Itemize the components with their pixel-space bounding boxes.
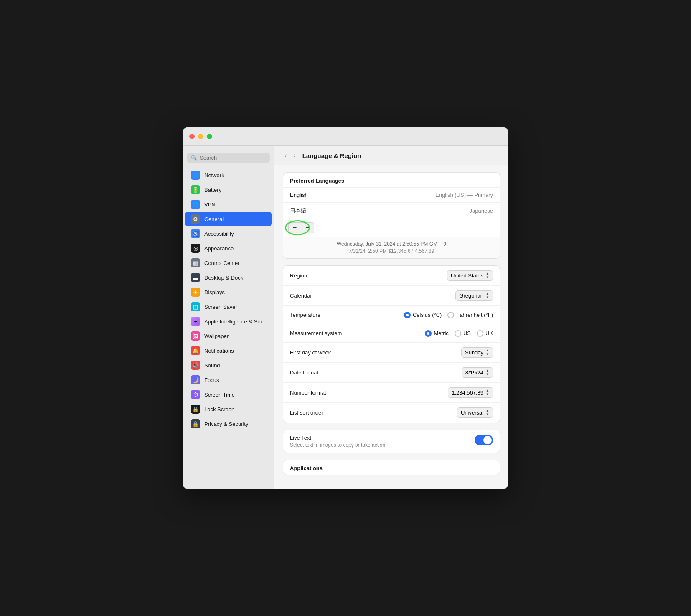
live-text-toggle[interactable] — [475, 435, 493, 445]
region-row: Region United States ▲ ▼ — [283, 266, 500, 285]
sidebar-item-lock-screen[interactable]: 🔒Lock Screen — [185, 402, 272, 416]
uk-radio[interactable] — [477, 330, 483, 337]
sidebar-item-focus[interactable]: 🌙Focus — [185, 373, 272, 387]
add-language-button[interactable]: + — [288, 222, 301, 233]
sidebar-item-battery[interactable]: 🔋Battery — [185, 183, 272, 197]
remove-language-button[interactable]: − — [301, 222, 314, 233]
fahrenheit-option[interactable]: Fahrenheit (°F) — [447, 312, 493, 318]
calendar-up-arrow: ▲ — [486, 292, 489, 295]
uk-option[interactable]: UK — [477, 330, 493, 337]
screen-time-label: Screen Time — [204, 392, 235, 398]
celsius-label: Celsius (°C) — [413, 312, 442, 318]
sidebar-item-notifications[interactable]: 🔔Notifications — [185, 344, 272, 358]
close-button[interactable] — [189, 134, 195, 139]
sound-label: Sound — [204, 362, 220, 369]
page-title: Language & Region — [302, 152, 361, 159]
appearance-label: Appearance — [204, 245, 234, 252]
minimize-button[interactable] — [198, 134, 203, 139]
date-format-value: 8/19/24 — [465, 369, 483, 376]
live-text-description: Select text in images to copy or take ac… — [290, 442, 386, 448]
celsius-radio[interactable] — [404, 312, 411, 318]
preferred-languages-header: Preferred Languages — [283, 173, 500, 187]
network-label: Network — [204, 172, 224, 178]
sidebar-item-siri[interactable]: ✦Apple Intelligence & Siri — [185, 314, 272, 328]
list-sort-select[interactable]: Universal ▲ ▼ — [457, 407, 493, 418]
sidebar-item-sound[interactable]: 🔊Sound — [185, 358, 272, 372]
datetime-preview: Wednesday, July 31, 2024 at 2:50:55 PM G… — [283, 237, 500, 258]
date-format-select[interactable]: 8/19/24 ▲ ▼ — [462, 367, 493, 378]
fahrenheit-radio[interactable] — [447, 312, 454, 318]
number-format-up-arrow: ▲ — [486, 389, 489, 392]
language-detail-japanese: Japanese — [470, 208, 493, 214]
celsius-option[interactable]: Celsius (°C) — [404, 312, 442, 318]
sidebar-item-control-center[interactable]: ▦Control Center — [185, 256, 272, 270]
metric-option[interactable]: Metric — [425, 330, 448, 337]
accessibility-icon: ♿ — [191, 229, 200, 238]
sidebar-item-general[interactable]: ⚙General — [185, 212, 272, 226]
sidebar-item-accessibility[interactable]: ♿Accessibility — [185, 227, 272, 241]
number-format-select[interactable]: 1,234,567.89 ▲ ▼ — [448, 387, 493, 398]
metric-label: Metric — [434, 330, 448, 336]
sidebar-item-network[interactable]: 🌐Network — [185, 168, 272, 182]
us-label: US — [463, 330, 471, 336]
sidebar-item-wallpaper[interactable]: 🖼Wallpaper — [185, 329, 272, 343]
language-controls: + − — [283, 219, 500, 237]
calendar-arrows: ▲ ▼ — [486, 292, 489, 299]
metric-radio[interactable] — [425, 330, 432, 337]
first-day-select[interactable]: Sunday ▲ ▼ — [461, 347, 493, 358]
sidebar-item-privacy[interactable]: 🔒Privacy & Security — [185, 417, 272, 431]
sidebar-item-displays[interactable]: ☀Displays — [185, 285, 272, 299]
sidebar: 🔍 Search 🌐Network🔋Battery🌐VPN⚙General♿Ac… — [183, 146, 274, 489]
us-option[interactable]: US — [455, 330, 471, 337]
sidebar-item-vpn[interactable]: 🌐VPN — [185, 197, 272, 211]
us-radio[interactable] — [455, 330, 461, 337]
list-sort-down-arrow: ▼ — [486, 413, 489, 416]
language-name-english: English — [290, 192, 308, 198]
battery-icon: 🔋 — [191, 185, 200, 194]
number-format-down-arrow: ▼ — [486, 393, 489, 396]
forward-button[interactable]: › — [292, 151, 297, 160]
applications-section: Applications — [283, 460, 500, 475]
wallpaper-label: Wallpaper — [204, 333, 229, 339]
date-format-row: Date format 8/19/24 ▲ ▼ — [283, 362, 500, 382]
uk-label: UK — [485, 330, 493, 336]
date-format-down-arrow: ▼ — [486, 373, 489, 376]
region-select[interactable]: United States ▲ ▼ — [447, 270, 493, 281]
region-up-arrow: ▲ — [486, 272, 489, 275]
sidebar-item-desktop-dock[interactable]: ▬Desktop & Dock — [185, 270, 272, 285]
displays-icon: ☀ — [191, 288, 200, 297]
sidebar-item-screen-time[interactable]: ⏱Screen Time — [185, 387, 272, 402]
detail-scroll: Preferred Languages English English (US)… — [274, 165, 508, 489]
search-input[interactable]: Search — [200, 155, 217, 161]
preferred-languages-section: Preferred Languages English English (US)… — [283, 172, 500, 259]
screen-saver-icon: ◫ — [191, 302, 200, 311]
maximize-button[interactable] — [207, 134, 212, 139]
notifications-icon: 🔔 — [191, 346, 200, 355]
focus-icon: 🌙 — [191, 375, 200, 384]
date-format-arrows: ▲ ▼ — [486, 369, 489, 376]
first-day-row: First day of week Sunday ▲ ▼ — [283, 342, 500, 362]
battery-label: Battery — [204, 187, 221, 193]
screen-saver-label: Screen Saver — [204, 304, 237, 310]
network-icon: 🌐 — [191, 171, 200, 180]
screen-time-icon: ⏱ — [191, 390, 200, 399]
notifications-label: Notifications — [204, 348, 234, 354]
list-sort-row: List sort order Universal ▲ ▼ — [283, 402, 500, 423]
calendar-select[interactable]: Gregorian ▲ ▼ — [455, 290, 493, 301]
number-format-row: Number format 1,234,567.89 ▲ ▼ — [283, 382, 500, 402]
calendar-down-arrow: ▼ — [486, 296, 489, 299]
applications-header: Applications — [283, 460, 500, 475]
calendar-row: Calendar Gregorian ▲ ▼ — [283, 285, 500, 305]
temperature-label: Temperature — [290, 312, 320, 318]
back-button[interactable]: ‹ — [283, 151, 288, 160]
language-row-english: English English (US) — Primary — [283, 187, 500, 202]
list-sort-label: List sort order — [290, 410, 323, 416]
language-name-japanese: 日本語 — [290, 207, 306, 214]
sidebar-item-appearance[interactable]: ◎Appearance — [185, 241, 272, 255]
sidebar-item-screen-saver[interactable]: ◫Screen Saver — [185, 300, 272, 314]
region-label: Region — [290, 272, 307, 279]
wallpaper-icon: 🖼 — [191, 331, 200, 341]
search-icon: 🔍 — [191, 155, 197, 161]
search-bar[interactable]: 🔍 Search — [187, 153, 270, 163]
live-text-row: Live Text Select text in images to copy … — [283, 430, 500, 453]
